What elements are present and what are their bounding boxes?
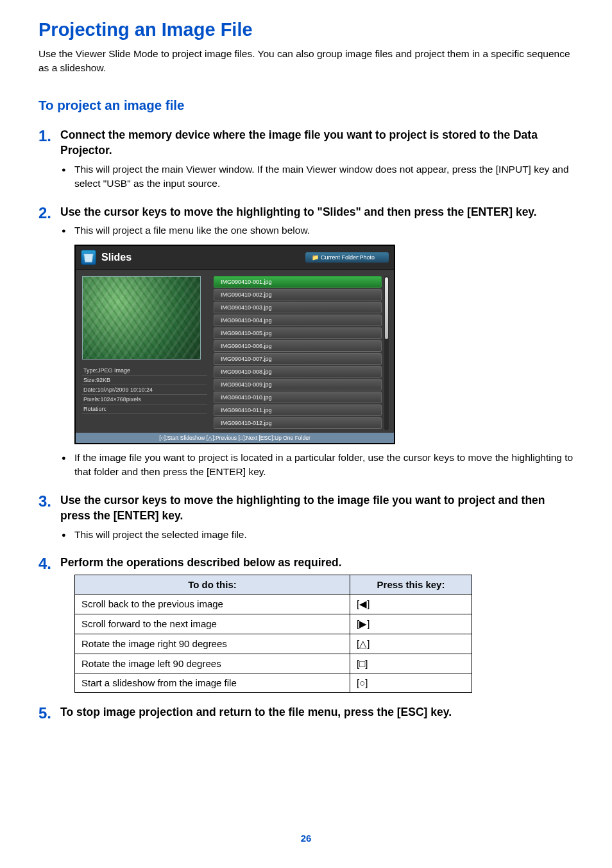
step-bullet: This will project the selected image fil… <box>74 528 574 542</box>
slides-icon <box>81 250 96 265</box>
file-list: IMG090410-001.jpg IMG090410-002.jpg IMG0… <box>214 276 382 430</box>
action-cell: Rotate the image right 90 degrees <box>75 634 350 654</box>
file-row[interactable]: IMG090410-003.jpg <box>214 302 382 313</box>
breadcrumb: 📁 Current Folder:Photo <box>305 252 389 263</box>
file-row[interactable]: IMG090410-009.jpg <box>214 379 382 390</box>
viewer-title: Slides <box>101 252 132 263</box>
file-row[interactable]: IMG090410-001.jpg <box>214 276 382 288</box>
key-cell: [□] <box>350 654 472 673</box>
viewer-header: Slides 📁 Current Folder:Photo <box>76 246 394 270</box>
step-number: 4. <box>38 555 60 573</box>
key-cell: [○] <box>350 673 472 692</box>
step-bullet: This will project a file menu like the o… <box>74 223 574 238</box>
step-bullet: If the image file you want to project is… <box>74 451 574 480</box>
preview-thumbnail <box>82 276 201 360</box>
viewer-footer-hints: [○]:Start Slideshow [△]:Previous [□]:Nex… <box>76 433 394 443</box>
file-row[interactable]: IMG090410-006.jpg <box>214 340 382 352</box>
svg-marker-0 <box>84 254 94 262</box>
key-cell: [△] <box>350 634 472 654</box>
table-row: Rotate the image right 90 degrees [△] <box>75 634 472 654</box>
action-cell: Scroll forward to the next image <box>75 614 350 634</box>
meta-pixels: Pixels:1024×768pixels <box>82 395 207 404</box>
table-row: Rotate the image left 90 degrees [□] <box>75 654 472 673</box>
intro-paragraph: Use the Viewer Slide Mode to project ima… <box>38 47 574 76</box>
file-row[interactable]: IMG090410-010.jpg <box>214 392 382 403</box>
step-3: 3. Use the cursor keys to move the highl… <box>38 492 574 544</box>
action-cell: Scroll back to the previous image <box>75 594 350 614</box>
step-number: 3. <box>38 492 60 510</box>
page-title: Projecting an Image File <box>38 19 574 40</box>
step-title: Use the cursor keys to move the highligh… <box>60 204 574 220</box>
table-header-key: Press this key: <box>350 575 472 594</box>
table-row: Scroll back to the previous image [◀] <box>75 594 472 614</box>
file-row[interactable]: IMG090410-007.jpg <box>214 353 382 365</box>
step-4: 4. Perform the operations described belo… <box>38 555 574 693</box>
step-title: Use the cursor keys to move the highligh… <box>60 492 574 524</box>
step-bullet: This will project the main Viewer window… <box>74 162 574 191</box>
step-number: 1. <box>38 127 60 145</box>
step-1: 1. Connect the memory device where the i… <box>38 127 574 194</box>
viewer-screenshot: Slides 📁 Current Folder:Photo Type:JPEG … <box>74 245 395 444</box>
file-row[interactable]: IMG090410-011.jpg <box>214 404 382 416</box>
file-row[interactable]: IMG090410-002.jpg <box>214 289 382 300</box>
file-row[interactable]: IMG090410-005.jpg <box>214 327 382 339</box>
file-list-scrollbar[interactable] <box>384 276 389 430</box>
step-title: Perform the operations described below a… <box>60 555 574 571</box>
key-cell: [▶] <box>350 614 472 634</box>
meta-size: Size:92KB <box>82 376 207 385</box>
scrollbar-thumb[interactable] <box>385 277 388 339</box>
step-number: 2. <box>38 204 60 222</box>
file-row[interactable]: IMG090410-008.jpg <box>214 366 382 378</box>
section-subtitle: To project an image file <box>38 98 574 113</box>
action-cell: Rotate the image left 90 degrees <box>75 654 350 673</box>
step-title: To stop image projection and return to t… <box>60 704 574 720</box>
file-row[interactable]: IMG090410-004.jpg <box>214 315 382 326</box>
preview-metadata: Type:JPEG Image Size:92KB Date:10/Apr/20… <box>82 366 207 414</box>
file-row[interactable]: IMG090410-012.jpg <box>214 417 382 429</box>
meta-type: Type:JPEG Image <box>82 366 207 376</box>
page-number: 26 <box>38 833 574 844</box>
step-2: 2. Use the cursor keys to move the highl… <box>38 204 574 482</box>
table-row: Scroll forward to the next image [▶] <box>75 614 472 634</box>
action-cell: Start a slideshow from the image file <box>75 673 350 692</box>
step-title: Connect the memory device where the imag… <box>60 127 574 159</box>
step-number: 5. <box>38 704 60 722</box>
table-row: Start a slideshow from the image file [○… <box>75 673 472 692</box>
key-cell: [◀] <box>350 594 472 614</box>
operations-table: To do this: Press this key: Scroll back … <box>74 575 472 693</box>
step-5: 5. To stop image projection and return t… <box>38 704 574 724</box>
table-header-action: To do this: <box>75 575 350 594</box>
meta-date: Date:10/Apr/2009 10:10:24 <box>82 385 207 395</box>
meta-rotation: Rotation: <box>82 404 207 414</box>
